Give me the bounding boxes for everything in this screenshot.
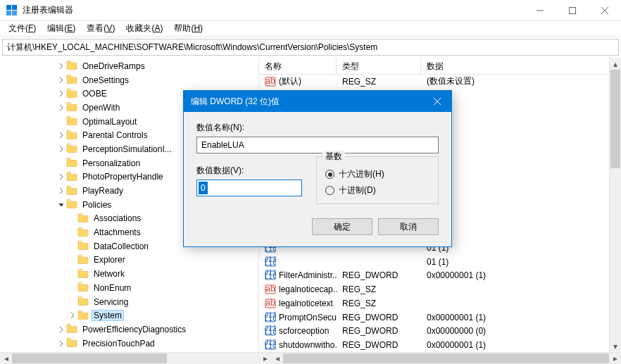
col-header-type[interactable]: 类型: [337, 58, 421, 74]
chevron-right-icon[interactable]: [56, 146, 66, 152]
tree-item-label: Network: [92, 268, 127, 280]
cell-name: 011110FilterAdministr...: [259, 270, 337, 281]
maximize-button[interactable]: [556, 0, 589, 21]
tree-item[interactable]: NonEnum: [0, 281, 258, 295]
dialog-title-text: 编辑 DWORD (32 位)值: [191, 96, 280, 108]
list-row[interactable]: 011110shutdownwitho...REG_DWORD0x0000000…: [259, 338, 621, 352]
value-name-input[interactable]: [196, 137, 439, 153]
cell-type: REG_DWORD: [337, 326, 421, 336]
menu-edit[interactable]: 编辑(E): [42, 21, 81, 36]
value-data-input[interactable]: [196, 180, 302, 196]
chevron-right-icon[interactable]: [56, 174, 66, 180]
list-header: 名称 类型 数据: [259, 58, 621, 75]
tree-item[interactable]: OneDriveRamps: [0, 59, 258, 73]
col-header-data[interactable]: 数据: [421, 58, 621, 74]
address-bar[interactable]: 计算机\HKEY_LOCAL_MACHINE\SOFTWARE\Microsof…: [2, 39, 619, 56]
svg-text:110: 110: [265, 341, 276, 351]
dialog-titlebar[interactable]: 编辑 DWORD (32 位)值: [184, 91, 451, 112]
folder-icon: [66, 130, 80, 142]
value-data-selection: 0: [199, 182, 208, 194]
tree-item-label: System: [92, 310, 124, 321]
ok-button[interactable]: 确定: [312, 218, 372, 235]
list-h-thumb[interactable]: [283, 353, 609, 363]
cell-name: 011110shutdownwitho...: [259, 339, 337, 351]
cell-name: ab(默认): [259, 75, 337, 87]
folder-icon: [77, 213, 92, 225]
svg-text:110: 110: [265, 271, 276, 281]
close-button[interactable]: [589, 0, 621, 21]
scroll-thumb[interactable]: [610, 70, 620, 168]
folder-icon: [77, 254, 92, 266]
tree-item[interactable]: Servicing: [0, 295, 258, 309]
folder-icon: [66, 171, 80, 183]
scroll-right-icon[interactable]: ▸: [259, 353, 271, 364]
folder-icon: [77, 268, 92, 280]
list-scrollbar-v[interactable]: ▴ ▾: [609, 58, 621, 352]
tree-item-label: Associations: [92, 213, 143, 224]
tree-item-label: PhotoPropertyHandle: [80, 171, 165, 182]
minimize-button[interactable]: [524, 0, 556, 21]
tree-item-label: PlayReady: [80, 185, 125, 196]
list-row[interactable]: 011110FilterAdministr...REG_DWORD0x00000…: [259, 269, 621, 283]
chevron-right-icon[interactable]: [56, 91, 66, 96]
tree-item[interactable]: Explorer: [0, 253, 258, 268]
list-row[interactable]: ablegalnoticecap...REG_SZ: [259, 282, 621, 296]
scroll-left-icon-2[interactable]: ◂: [271, 353, 283, 364]
folder-icon: [77, 296, 92, 308]
chevron-right-icon[interactable]: [56, 188, 66, 194]
list-row[interactable]: 011110scforceoptionREG_DWORD0x00000000 (…: [259, 324, 621, 338]
menu-view[interactable]: 查看(V): [81, 21, 120, 36]
scroll-left-icon[interactable]: ◂: [0, 353, 12, 364]
tree-item-label: PowerEfficiencyDiagnostics: [80, 324, 188, 335]
list-row[interactable]: ab(默认)REG_SZ(数值未设置): [259, 75, 621, 89]
chevron-right-icon[interactable]: [56, 63, 66, 69]
radio-dec-label: 十进制(D): [339, 184, 376, 196]
svg-text:110: 110: [265, 313, 276, 323]
cell-type: REG_DWORD: [337, 340, 421, 350]
tree-item[interactable]: Network: [0, 267, 258, 281]
list-row[interactable]: 011110PromptOnSecu...REG_DWORD0x00000001…: [259, 310, 621, 325]
chevron-right-icon[interactable]: [56, 327, 66, 332]
cell-name: 011110: [259, 256, 337, 268]
dialog-close-button[interactable]: [423, 91, 451, 112]
menu-help[interactable]: 帮助(H): [168, 21, 208, 36]
scroll-up-icon[interactable]: ▴: [610, 58, 621, 70]
cell-type: REG_DWORD: [337, 270, 421, 280]
folder-icon: [66, 199, 80, 211]
cell-type: REG_SZ: [337, 299, 421, 308]
cell-data: 0x00000001 (1): [421, 340, 621, 350]
folder-icon: [77, 282, 92, 294]
scroll-right-icon-2[interactable]: ▸: [609, 353, 621, 364]
chevron-right-icon[interactable]: [56, 132, 66, 138]
tree-item-label: Servicing: [92, 296, 130, 308]
col-header-name[interactable]: 名称: [259, 58, 337, 74]
chevron-right-icon[interactable]: [56, 77, 66, 83]
cell-data: 01 (1): [421, 257, 621, 267]
tree-item[interactable]: PowerEfficiencyDiagnostics: [0, 322, 258, 337]
svg-text:ab: ab: [265, 284, 275, 294]
cell-type: REG_DWORD: [337, 313, 421, 322]
chevron-right-icon[interactable]: [56, 341, 66, 346]
chevron-right-icon[interactable]: [56, 105, 66, 111]
cell-name: 011110scforceoption: [259, 325, 337, 337]
cell-name: 011110PromptOnSecu...: [259, 312, 337, 323]
bottom-scrollbar: ◂ ▸ ◂ ▸: [0, 352, 621, 364]
tree-item[interactable]: OneSettings: [0, 73, 258, 87]
menu-favorites[interactable]: 收藏夹(A): [120, 21, 168, 36]
tree-item[interactable]: PrecisionTouchPad: [0, 337, 258, 351]
list-row[interactable]: 01111001 (1): [259, 255, 621, 269]
tree-item-label: OptimalLayout: [80, 116, 139, 127]
cancel-button[interactable]: 取消: [378, 218, 439, 235]
radio-dec[interactable]: 十进制(D): [325, 184, 429, 196]
base-group: 基数 十六进制(H) 十进制(D): [316, 156, 439, 204]
tree-item[interactable]: System: [0, 308, 258, 322]
menu-file[interactable]: 文件(F): [3, 21, 42, 36]
chevron-down-icon[interactable]: [56, 202, 66, 208]
cell-name: ablegalnoticecap...: [259, 284, 337, 295]
scroll-down-icon[interactable]: ▾: [610, 340, 621, 352]
tree-h-thumb[interactable]: [12, 353, 167, 363]
chevron-right-icon[interactable]: [68, 313, 77, 318]
list-row[interactable]: ablegalnoticetextREG_SZ: [259, 296, 621, 310]
cell-data: 0x00000001 (1): [421, 270, 621, 280]
radio-hex[interactable]: 十六进制(H): [325, 168, 429, 180]
